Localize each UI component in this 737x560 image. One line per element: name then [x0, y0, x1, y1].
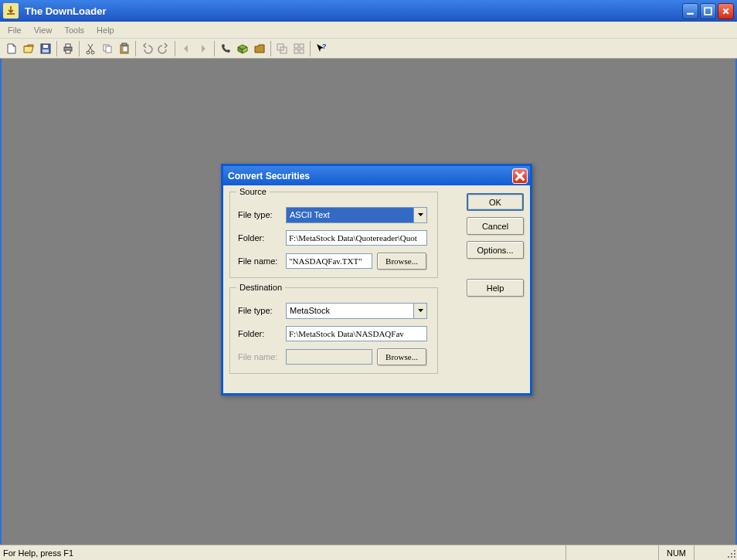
menubar: File View Tools Help	[0, 22, 737, 39]
cascade-icon[interactable]	[273, 40, 290, 57]
resize-grip-icon[interactable]	[725, 547, 737, 559]
destination-filename-input	[286, 349, 372, 365]
destination-folder-input[interactable]	[286, 326, 427, 341]
svg-rect-19	[294, 49, 298, 53]
status-num: NUM	[658, 545, 694, 560]
status-cell-empty2	[694, 545, 725, 560]
svg-rect-13	[123, 46, 127, 52]
svg-rect-1	[705, 8, 712, 15]
source-filetype-label: File type:	[238, 210, 286, 219]
source-filetype-value: ASCII Text	[287, 210, 413, 219]
copy-icon[interactable]	[99, 40, 116, 57]
svg-rect-3	[43, 45, 48, 48]
maximize-button[interactable]	[700, 3, 716, 19]
source-filename-label: File name:	[238, 256, 286, 266]
app-icon	[3, 3, 19, 19]
destination-folder-label: Folder:	[238, 329, 286, 338]
undo-icon[interactable]	[138, 40, 155, 57]
separator-icon	[310, 41, 311, 56]
save-icon[interactable]	[37, 40, 54, 57]
separator-icon	[79, 41, 80, 56]
convert-securities-dialog: Convert Securities Source File type: ASC…	[221, 164, 532, 395]
dialog-title: Convert Securities	[228, 171, 512, 182]
caption-buttons	[681, 3, 734, 19]
phone-icon[interactable]	[217, 40, 234, 57]
chevron-down-icon[interactable]	[413, 304, 426, 318]
source-filename-input[interactable]	[286, 253, 372, 269]
chevron-down-icon[interactable]	[413, 208, 426, 222]
destination-filetype-label: File type:	[238, 306, 286, 315]
status-help-hint: For Help, press F1	[0, 548, 565, 558]
package-icon[interactable]	[234, 40, 251, 57]
svg-rect-14	[122, 43, 127, 46]
minimize-button[interactable]	[682, 3, 698, 19]
toolbar: ?	[0, 39, 737, 59]
destination-fieldset: Destination File type: MetaStock Folder:…	[229, 287, 438, 374]
source-filetype-select[interactable]: ASCII Text	[286, 207, 427, 223]
menu-help[interactable]: Help	[90, 24, 121, 36]
svg-rect-17	[294, 44, 298, 48]
folder-icon[interactable]	[251, 40, 268, 57]
svg-rect-0	[687, 12, 694, 14]
whatsthis-icon[interactable]: ?	[313, 40, 330, 57]
menu-tools[interactable]: Tools	[58, 24, 90, 36]
source-folder-label: Folder:	[238, 233, 286, 243]
destination-filename-label: File name:	[238, 352, 286, 361]
svg-rect-7	[66, 50, 70, 53]
new-icon[interactable]	[3, 40, 20, 57]
options-button[interactable]: Options...	[467, 241, 524, 259]
close-button[interactable]	[718, 3, 734, 19]
svg-rect-4	[42, 49, 49, 53]
destination-filetype-value: MetaStock	[287, 306, 413, 315]
destination-legend: Destination	[236, 283, 285, 292]
dialog-close-button[interactable]	[512, 168, 528, 184]
dialog-titlebar[interactable]: Convert Securities	[223, 166, 530, 185]
svg-rect-11	[106, 46, 111, 53]
destination-filetype-select[interactable]: MetaStock	[286, 303, 427, 319]
svg-rect-18	[300, 44, 304, 48]
source-legend: Source	[236, 187, 270, 196]
menu-view[interactable]: View	[28, 24, 59, 36]
dialog-body: Source File type: ASCII Text Folder: Fil…	[223, 185, 530, 393]
next-icon[interactable]	[195, 40, 212, 57]
menu-file[interactable]: File	[2, 24, 28, 36]
ok-button[interactable]: OK	[467, 193, 524, 211]
source-browse-button[interactable]: Browse...	[377, 253, 426, 270]
dialog-button-column: OK Cancel Options... Help	[467, 193, 524, 303]
prev-icon[interactable]	[178, 40, 195, 57]
statusbar: For Help, press F1 NUM	[0, 545, 737, 560]
titlebar: The DownLoader	[0, 0, 737, 22]
svg-rect-20	[300, 49, 304, 53]
cut-icon[interactable]	[82, 40, 99, 57]
tile-icon[interactable]	[290, 40, 307, 57]
svg-text:?: ?	[322, 42, 327, 50]
separator-icon	[56, 41, 57, 56]
destination-browse-button[interactable]: Browse...	[377, 348, 426, 365]
paste-icon[interactable]	[116, 40, 133, 57]
separator-icon	[135, 41, 136, 56]
separator-icon	[175, 41, 175, 56]
status-cell-empty1	[565, 545, 658, 560]
app-window: The DownLoader File View Tools Help	[0, 0, 737, 560]
cancel-button[interactable]: Cancel	[467, 217, 524, 235]
window-title: The DownLoader	[22, 5, 681, 17]
source-fieldset: Source File type: ASCII Text Folder: Fil…	[229, 192, 438, 278]
open-icon[interactable]	[20, 40, 37, 57]
redo-icon[interactable]	[155, 40, 172, 57]
source-folder-input[interactable]	[286, 230, 427, 246]
svg-rect-6	[66, 44, 70, 47]
help-button[interactable]: Help	[467, 279, 524, 297]
separator-icon	[214, 41, 215, 56]
print-icon[interactable]	[59, 40, 76, 57]
separator-icon	[270, 41, 271, 56]
